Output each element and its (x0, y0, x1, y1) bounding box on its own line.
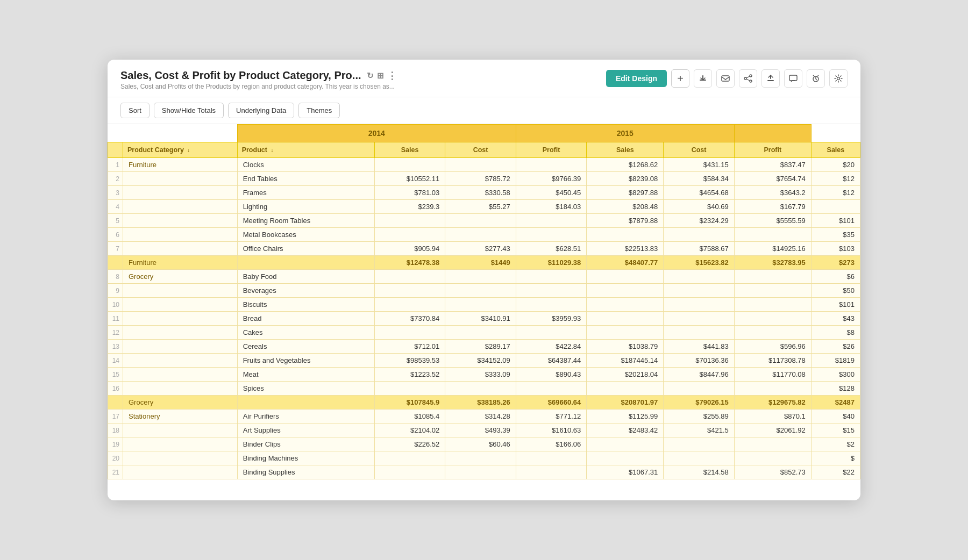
data-cell: $7654.74 (734, 172, 811, 186)
category-cell (123, 465, 238, 479)
data-cell: $1610.63 (516, 423, 586, 437)
product-cell: Office Chairs (237, 242, 374, 256)
product-cell: Cakes (237, 326, 374, 340)
share-button[interactable] (739, 69, 757, 88)
data-cell: $64387.44 (516, 354, 586, 368)
data-cell: $837.47 (734, 158, 811, 172)
data-cell: $ (811, 451, 860, 465)
col-2015-cost: Cost (664, 142, 734, 158)
data-cell (587, 228, 664, 242)
data-cell: $330.58 (445, 186, 516, 200)
data-cell: $7879.88 (587, 214, 664, 228)
row-number: 13 (108, 340, 123, 354)
upload-button[interactable] (761, 69, 780, 88)
row-number: 9 (108, 284, 123, 298)
data-cell: $43 (811, 312, 860, 326)
edit-design-button[interactable]: Edit Design (606, 70, 667, 87)
category-cell (123, 228, 238, 242)
alarm-button[interactable] (807, 69, 825, 88)
row-number: 12 (108, 326, 123, 340)
data-cell: $98539.53 (374, 354, 445, 368)
data-cell: $422.84 (516, 340, 586, 354)
chat-button[interactable] (784, 69, 802, 88)
data-cell (516, 270, 586, 284)
export-button[interactable] (694, 69, 712, 88)
row-number: 19 (108, 437, 123, 451)
row-number: 4 (108, 200, 123, 214)
grid-icon[interactable]: ⊞ (377, 71, 384, 81)
data-cell: $166.06 (516, 437, 586, 451)
category-cell (123, 172, 238, 186)
data-cell (734, 228, 811, 242)
underlying-data-button[interactable]: Underlying Data (228, 103, 294, 118)
product-cell: Baby Food (237, 270, 374, 284)
data-cell: $214.58 (664, 465, 734, 479)
data-cell: $289.17 (445, 340, 516, 354)
product-cell: Art Supplies (237, 423, 374, 437)
data-cell (374, 465, 445, 479)
data-cell (374, 382, 445, 396)
data-cell: $70136.36 (664, 354, 734, 368)
toolbar: Sort Show/Hide Totals Underlying Data Th… (108, 97, 860, 124)
data-cell: $79026.15 (664, 396, 734, 410)
settings-button[interactable] (829, 69, 848, 88)
themes-button[interactable]: Themes (298, 103, 340, 118)
svg-line-15 (817, 75, 818, 76)
data-cell: $1223.52 (374, 368, 445, 382)
data-cell (445, 228, 516, 242)
data-cell: $2483.42 (587, 423, 664, 437)
data-cell: $239.3 (374, 200, 445, 214)
col-product[interactable]: Product ↓ (237, 142, 374, 158)
data-cell: $34152.09 (445, 354, 516, 368)
svg-rect-8 (767, 80, 774, 81)
category-cell (123, 340, 238, 354)
data-cell (664, 228, 734, 242)
data-cell: $6 (811, 270, 860, 284)
data-cell: $421.5 (664, 423, 734, 437)
header-subtitle: Sales, Cost and Profits of the Products … (120, 83, 606, 90)
data-cell: $1085.4 (374, 410, 445, 423)
data-cell: $1268.62 (587, 158, 664, 172)
data-cell: $69660.64 (516, 396, 586, 410)
data-cell (374, 228, 445, 242)
col-2014-sales: Sales (374, 142, 445, 158)
data-cell: $300 (811, 368, 860, 382)
page-title: Sales, Cost & Profit by Product Category… (120, 69, 361, 82)
data-cell (516, 326, 586, 340)
email-button[interactable] (716, 69, 735, 88)
row-number: 20 (108, 451, 123, 465)
data-cell: $7588.67 (664, 242, 734, 256)
data-cell: $3959.93 (516, 312, 586, 326)
row-number: 11 (108, 312, 123, 326)
data-cell (734, 382, 811, 396)
header-left: Sales, Cost & Profit by Product Category… (120, 69, 606, 90)
category-cell (123, 298, 238, 312)
svg-point-16 (837, 77, 840, 80)
data-cell: $1819 (811, 354, 860, 368)
refresh-icon[interactable]: ↻ (367, 71, 374, 81)
data-cell: $35 (811, 228, 860, 242)
year-2015-header: 2015 (516, 125, 734, 142)
svg-rect-2 (722, 76, 729, 81)
data-cell (516, 382, 586, 396)
more-icon[interactable]: ⋮ (387, 70, 397, 82)
show-hide-totals-button[interactable]: Show/Hide Totals (154, 103, 224, 118)
svg-point-3 (750, 75, 752, 77)
data-cell: $493.39 (445, 423, 516, 437)
col-2014-cost: Cost (445, 142, 516, 158)
header-title-row: Sales, Cost & Profit by Product Category… (120, 69, 606, 82)
product-cell: Binding Supplies (237, 465, 374, 479)
data-cell (374, 284, 445, 298)
product-cell (237, 256, 374, 270)
row-number: 7 (108, 242, 123, 256)
year-extra-header (734, 125, 811, 142)
data-cell: $9766.39 (516, 172, 586, 186)
add-button[interactable]: + (671, 69, 689, 88)
data-cell: $1038.79 (587, 340, 664, 354)
product-cell: Meat (237, 368, 374, 382)
data-cell: $40.69 (664, 200, 734, 214)
col-product-category[interactable]: Product Category ↓ (123, 142, 238, 158)
data-cell (516, 214, 586, 228)
data-cell: $11029.38 (516, 256, 586, 270)
sort-button[interactable]: Sort (120, 103, 150, 118)
